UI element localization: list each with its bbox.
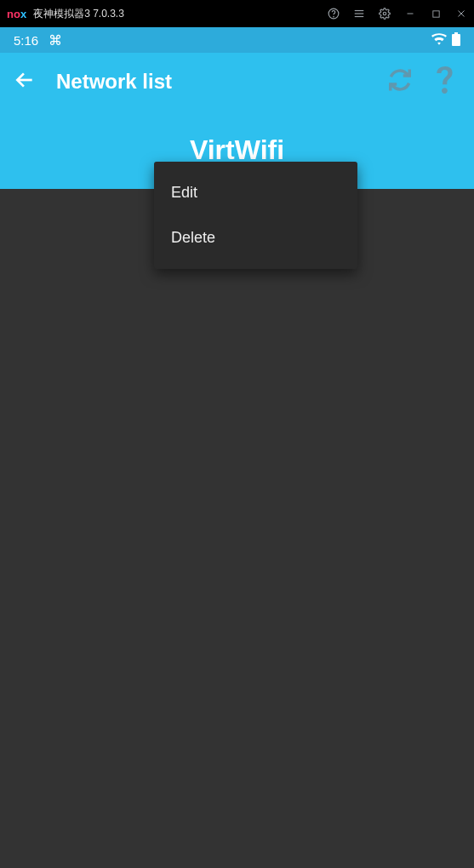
emulator-title-bar: nox 夜神模拟器3 7.0.3.3 [0, 0, 474, 27]
android-status-bar: 5:16 ⌘ [0, 27, 474, 53]
menu-icon[interactable] [353, 8, 365, 20]
page-title: Network list [56, 70, 367, 94]
svg-rect-7 [432, 10, 438, 16]
main-content-area [0, 189, 474, 868]
status-time: 5:16 [14, 33, 38, 48]
svg-rect-11 [452, 34, 460, 46]
help-circle-icon[interactable] [328, 8, 340, 20]
battery-icon [452, 32, 460, 49]
context-menu: Edit Delete [154, 162, 357, 269]
app-header: Network list [0, 53, 474, 111]
close-icon[interactable] [455, 8, 467, 20]
minimize-icon[interactable] [404, 8, 416, 20]
network-name-label: VirtWifi [190, 134, 284, 166]
svg-rect-10 [454, 32, 458, 34]
emulator-logo: nox [7, 8, 26, 20]
help-icon[interactable] [437, 66, 460, 97]
svg-point-1 [334, 16, 334, 17]
wifi-icon [431, 33, 447, 48]
menu-item-delete[interactable]: Delete [154, 215, 357, 260]
menu-item-edit[interactable]: Edit [154, 170, 357, 215]
svg-point-5 [383, 12, 386, 15]
emulator-window-title: 夜神模拟器3 7.0.3.3 [33, 7, 328, 21]
command-icon: ⌘ [49, 32, 62, 49]
emulator-window-controls [328, 8, 467, 20]
refresh-icon[interactable] [387, 67, 413, 96]
gear-icon[interactable] [379, 8, 391, 20]
maximize-icon[interactable] [430, 8, 442, 20]
back-arrow-icon[interactable] [14, 69, 36, 94]
